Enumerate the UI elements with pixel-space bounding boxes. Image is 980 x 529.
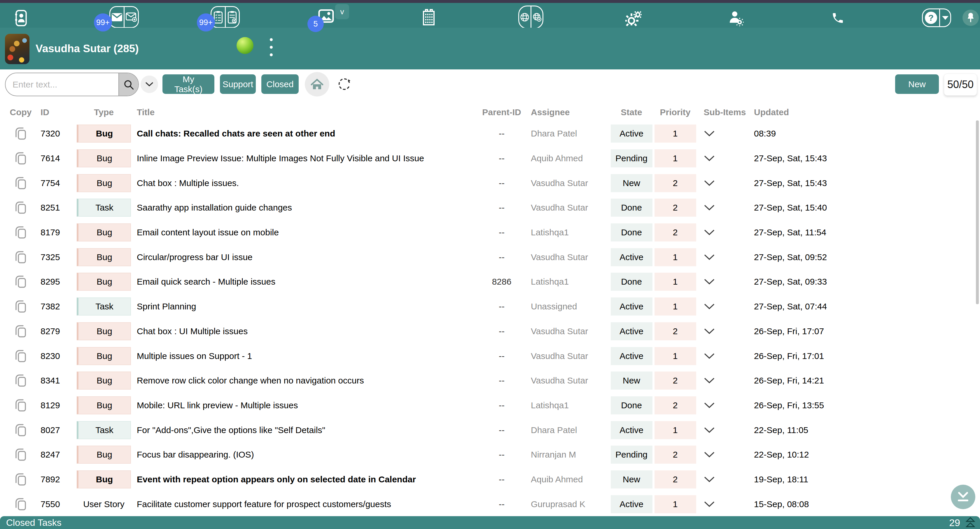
phone-icon[interactable] (831, 12, 844, 25)
sub-items-expander[interactable] (697, 477, 752, 482)
copy-button[interactable] (14, 497, 27, 512)
sub-items-expander[interactable] (697, 156, 752, 161)
sub-items-expander[interactable] (697, 131, 752, 137)
media-dropdown-tab[interactable]: v (335, 4, 349, 19)
task-id: 8279 (41, 326, 75, 336)
add-globe-icon[interactable] (531, 6, 543, 28)
copy-button[interactable] (14, 200, 27, 215)
sub-items-expander[interactable] (697, 303, 752, 310)
table-scrollbar[interactable] (976, 121, 979, 304)
closed-button[interactable]: Closed (261, 75, 299, 94)
sub-items-expander[interactable] (697, 254, 752, 260)
mail-group[interactable] (110, 6, 139, 28)
scroll-to-bottom-button[interactable] (951, 485, 975, 509)
sub-items-expander[interactable] (697, 378, 752, 383)
sub-items-expander[interactable] (697, 229, 752, 235)
settings-gears-icon[interactable] (625, 10, 642, 27)
more-options-icon[interactable] (270, 38, 273, 56)
search-button[interactable] (118, 73, 138, 96)
task-row[interactable]: 7550 User Story Facilitate customer supp… (0, 492, 980, 516)
assignee: Latishqa1 (525, 227, 609, 237)
task-row[interactable]: 8279 Bug Chat box : UI Multiple issues -… (0, 319, 980, 344)
scroll-up-fast-icon[interactable] (964, 517, 977, 528)
task-id: 8230 (41, 351, 75, 361)
task-row[interactable]: 8230 Bug Multiple issues on Support - 1 … (0, 343, 980, 368)
sub-items-expander[interactable] (697, 353, 752, 359)
support-button[interactable]: Support (220, 75, 256, 94)
task-row[interactable]: 8341 Bug Remove row click color change w… (0, 368, 980, 393)
tasks-group[interactable] (211, 6, 240, 28)
add-task-icon[interactable] (225, 7, 239, 27)
task-id: 7325 (41, 252, 75, 262)
help-icon[interactable]: ? (923, 10, 939, 26)
search-input[interactable] (6, 73, 118, 96)
refresh-button[interactable] (336, 76, 353, 92)
updated-timestamp: 27-Sep, Sat, 11:54 (752, 227, 980, 237)
assignee: Vasudha Sutar (525, 252, 609, 262)
task-row[interactable]: 8027 Task For "Add-ons",Give the options… (0, 418, 980, 442)
task-row[interactable]: 7614 Bug Inline Image Preview Issue: Mul… (0, 146, 980, 171)
help-dropdown-icon[interactable] (939, 10, 950, 26)
copy-button[interactable] (14, 126, 27, 141)
search-options-dropdown[interactable] (141, 76, 158, 93)
globe-icon[interactable] (519, 6, 531, 28)
mail-icon[interactable] (110, 7, 124, 27)
copy-button[interactable] (14, 274, 27, 289)
home-button[interactable] (305, 72, 329, 97)
user-avatar[interactable] (5, 34, 29, 64)
status-count: 29 (949, 517, 960, 528)
sub-items-expander[interactable] (697, 501, 752, 507)
type-badge: Bug (77, 372, 131, 389)
sub-items-expander[interactable] (697, 205, 752, 211)
compose-mail-icon[interactable] (124, 7, 138, 27)
copy-button[interactable] (14, 447, 27, 462)
copy-button[interactable] (14, 176, 27, 191)
copy-button[interactable] (14, 423, 27, 438)
chevron-down-icon (704, 402, 714, 408)
task-row[interactable]: 7754 Bug Chat box : Multiple issues. -- … (0, 171, 980, 195)
task-row[interactable]: 7892 Bug Event with repeat option appear… (0, 467, 980, 492)
my-tasks-button[interactable]: My Task(s) (162, 75, 215, 94)
pin-icon[interactable] (963, 10, 979, 26)
copy-button[interactable] (14, 324, 27, 339)
task-row[interactable]: 8179 Bug Email content layout issue on m… (0, 220, 980, 245)
top-icon-bar: 99+ 99+ 5 v (0, 3, 980, 28)
contacts-icon[interactable] (14, 10, 27, 28)
task-row[interactable]: 7320 Bug Call chats: Recalled chats are … (0, 121, 980, 146)
task-row[interactable]: 7382 Task Sprint Planning -- Unassigned … (0, 294, 980, 319)
task-id: 8341 (41, 376, 75, 386)
sub-items-expander[interactable] (697, 180, 752, 186)
task-row[interactable]: 8247 Bug Focus bar disappearing. (IOS) -… (0, 442, 980, 467)
user-settings-icon[interactable] (729, 11, 744, 27)
help-group[interactable]: ? (922, 8, 951, 27)
copy-button[interactable] (14, 373, 27, 388)
sub-items-expander[interactable] (697, 328, 752, 334)
sub-items-expander[interactable] (697, 427, 752, 433)
parent-id: -- (499, 153, 504, 163)
copy-button[interactable] (14, 348, 27, 364)
state-badge: New (611, 470, 652, 488)
task-row[interactable]: 8295 Bug Email quick search - Multiple i… (0, 270, 980, 294)
copy-button[interactable] (14, 398, 27, 413)
task-row[interactable]: 8129 Bug Mobile: URL link preview - Mult… (0, 393, 980, 418)
sub-items-expander[interactable] (697, 402, 752, 408)
copy-icon (14, 274, 27, 289)
task-row[interactable]: 8251 Task Saarathy app installation guid… (0, 195, 980, 220)
tasks-count-badge: 99+ (197, 13, 215, 32)
task-title: For "Add-ons",Give the options like "Sel… (133, 425, 478, 435)
copy-button[interactable] (14, 249, 27, 265)
title-bar: Vasudha Sutar (285) (0, 28, 980, 70)
priority-badge: 2 (654, 372, 696, 389)
new-button[interactable]: New (895, 75, 939, 94)
web-group[interactable] (518, 6, 543, 29)
copy-button[interactable] (14, 472, 27, 487)
task-row[interactable]: 7325 Bug Circular/progress bar UI issue … (0, 245, 980, 270)
sub-items-expander[interactable] (697, 452, 752, 458)
copy-button[interactable] (14, 299, 27, 314)
status-label: Closed Tasks (6, 517, 62, 528)
copy-button[interactable] (14, 151, 27, 166)
calendar-icon[interactable] (422, 9, 435, 27)
copy-button[interactable] (14, 225, 27, 240)
sub-items-expander[interactable] (697, 279, 752, 284)
task-id: 8027 (41, 425, 75, 435)
